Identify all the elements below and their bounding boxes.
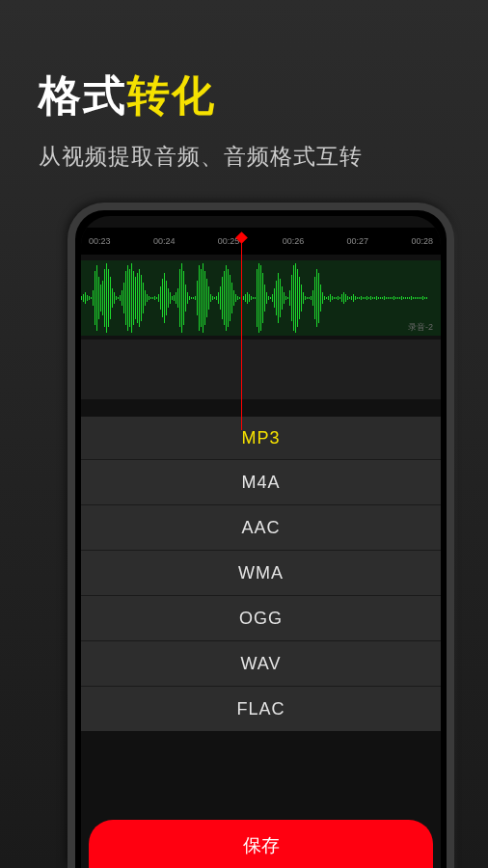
track-label: 录音-2 xyxy=(408,321,433,334)
time-label: 00:23 xyxy=(89,236,111,246)
phone-frame: 00:23 00:24 00:25 00:26 00:27 00:28 录音-2… xyxy=(68,203,454,868)
title-part1: 格式 xyxy=(39,71,127,119)
playhead-marker[interactable] xyxy=(241,237,242,430)
format-option-wav[interactable]: WAV xyxy=(81,640,441,686)
page-subtitle: 从视频提取音频、音频格式互转 xyxy=(39,142,449,172)
format-option-flac[interactable]: FLAC xyxy=(81,686,441,731)
format-option-aac[interactable]: AAC xyxy=(81,504,441,550)
waveform-icon xyxy=(81,260,441,336)
phone-screen: 00:23 00:24 00:25 00:26 00:27 00:28 录音-2… xyxy=(81,216,441,868)
format-label: M4A xyxy=(241,473,280,493)
time-label: 00:24 xyxy=(153,236,176,246)
save-button[interactable]: 保存 xyxy=(89,820,433,868)
timeline-ruler[interactable]: 00:23 00:24 00:25 00:26 00:27 00:28 xyxy=(81,228,441,255)
waveform-track[interactable]: 录音-2 xyxy=(81,260,441,336)
time-label: 00:27 xyxy=(347,236,369,246)
header: 格式转化 从视频提取音频、音频格式互转 xyxy=(0,0,488,191)
title-part2: 转化 xyxy=(127,71,216,119)
format-option-m4a[interactable]: M4A xyxy=(81,459,441,504)
time-label: 00:26 xyxy=(283,236,305,246)
format-label: MP3 xyxy=(241,428,280,448)
format-option-wma[interactable]: WMA xyxy=(81,550,441,595)
format-list: MP3M4AAACWMAOGGWAVFLAC xyxy=(81,417,441,731)
format-option-ogg[interactable]: OGG xyxy=(81,595,441,640)
format-option-mp3[interactable]: MP3 xyxy=(81,417,441,459)
format-label: FLAC xyxy=(236,699,285,719)
save-button-label: 保存 xyxy=(243,833,280,858)
format-label: WMA xyxy=(238,563,284,583)
format-label: AAC xyxy=(241,518,280,538)
format-label: OGG xyxy=(239,609,283,629)
time-label: 00:28 xyxy=(411,236,433,246)
page-title: 格式转化 xyxy=(39,68,449,124)
format-label: WAV xyxy=(241,654,282,674)
empty-track[interactable] xyxy=(81,339,441,399)
